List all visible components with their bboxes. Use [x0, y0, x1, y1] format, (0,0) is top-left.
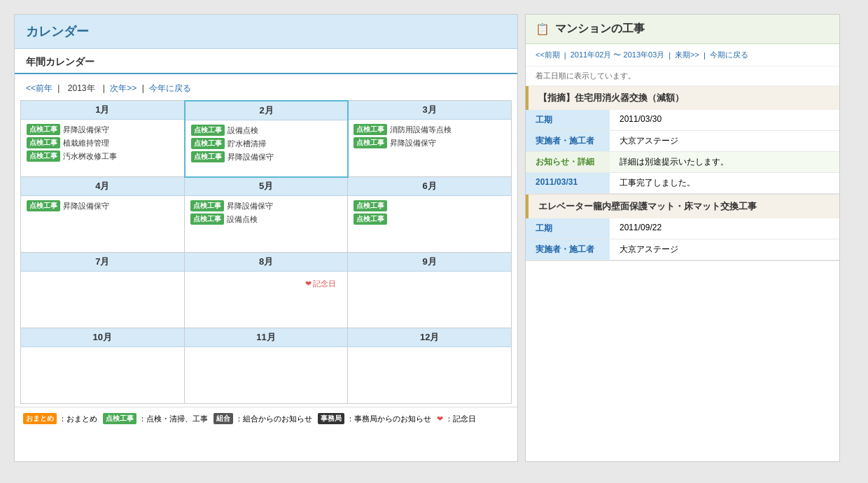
work-detail-label: 実施者・施工者: [526, 239, 610, 260]
calendar-month-4: 4月点検工事昇降設備保守: [21, 177, 185, 253]
work-item: エレベーター籠内壁面保護マット・床マット交換工事工期2011/09/22実施者・…: [526, 195, 839, 261]
event-tag: 点検工事: [27, 150, 60, 162]
work-detail-label: 工期: [526, 218, 610, 239]
month-events: 点検工事設備点検点検工事貯水槽清掃点検工事昇降設備保守: [186, 120, 348, 176]
works-nav-sep1: |: [564, 51, 566, 59]
legend-item: 点検工事：点検・清掃、工事: [103, 413, 208, 424]
month-events: 点検工事昇降設備保守点検工事植栽維持管理点検工事汚水桝改修工事: [21, 120, 184, 176]
event-row: 点検工事: [354, 200, 505, 211]
event-text: 貯水槽清掃: [227, 139, 266, 149]
work-detail-row: 実施者・施工者大京アステージ: [526, 239, 839, 260]
event-row: 点検工事設備点検: [190, 214, 342, 225]
event-row: 点検工事貯水槽清掃: [191, 138, 342, 149]
month-events: 点検工事消防用設備等点検点検工事昇降設備保守: [348, 120, 511, 176]
legend-text: ：事務局からのお知らせ: [346, 414, 431, 424]
legend-item: 事務局：事務局からのお知らせ: [318, 413, 431, 424]
prev-year-link[interactable]: <<前年: [26, 83, 52, 93]
calendar-month-3: 3月点検工事消防用設備等点検点検工事昇降設備保守: [348, 101, 512, 177]
month-events: [185, 347, 348, 403]
event-tag: 点検工事: [27, 137, 60, 148]
legend-text: ：おまとめ: [59, 414, 97, 424]
event-text: 昇降設備保守: [227, 152, 274, 162]
works-subtitle: 着工日順に表示しています。: [526, 66, 839, 86]
work-detail-row: 工期2011/03/30: [526, 110, 839, 131]
heart-icon: ❤: [305, 279, 312, 288]
calendar-panel: カレンダー 年間カレンダー <<前年 | 2013年 | 次年>> | 今年に戻…: [14, 14, 518, 462]
month-events: ❤記念日: [185, 272, 348, 328]
legend-tag: 組合: [214, 413, 233, 424]
works-nav: <<前期 | 2011年02月 〜 2013年03月 | 来期>> | 今期に戻…: [526, 44, 839, 66]
month-events: 点検工事昇降設備保守: [21, 196, 184, 252]
event-row: 点検工事設備点検: [191, 125, 342, 136]
work-detail-row: 工期2011/09/22: [526, 218, 839, 239]
calendar-header: カレンダー: [15, 15, 517, 49]
nav-sep1: |: [57, 83, 62, 93]
event-row: 点検工事昇降設備保守: [191, 151, 342, 162]
works-title: マンションの工事: [555, 22, 645, 36]
event-row: 点検工事消防用設備等点検: [354, 124, 505, 135]
prev-period-link[interactable]: <<前期: [536, 50, 560, 60]
works-nav-sep2: |: [668, 51, 671, 59]
event-text: 消防用設備等点検: [390, 125, 451, 135]
current-period-link[interactable]: 今期に戻る: [710, 50, 748, 60]
month-header: 4月: [21, 177, 184, 196]
calendar-section-title: 年間カレンダー: [15, 49, 517, 74]
page-wrapper: カレンダー 年間カレンダー <<前年 | 2013年 | 次年>> | 今年に戻…: [14, 14, 854, 462]
kinenbi: ❤記念日: [190, 276, 342, 292]
next-year-link[interactable]: 次年>>: [110, 83, 136, 93]
calendar-month-7: 7月: [21, 253, 185, 328]
calendar-month-8: 8月❤記念日: [185, 253, 349, 328]
event-row: 点検工事昇降設備保守: [27, 200, 178, 211]
event-row: 点検工事植栽維持管理: [27, 137, 178, 148]
legend-item: 組合：組合からのお知らせ: [214, 413, 312, 424]
work-title: エレベーター籠内壁面保護マット・床マット交換工事: [526, 195, 839, 218]
calendar-legend: おまとめ：おまとめ点検工事：点検・清掃、工事組合：組合からのお知らせ事務局：事務…: [15, 407, 517, 430]
event-text: 植栽維持管理: [63, 138, 109, 148]
works-list: 【指摘】住宅用消火器交換（減額）工期2011/03/30実施者・施工者大京アステ…: [526, 86, 839, 261]
event-text: 設備点検: [227, 125, 258, 136]
legend-text: ：記念日: [445, 414, 476, 424]
work-title: 【指摘】住宅用消火器交換（減額）: [526, 86, 839, 110]
event-row: 点検工事昇降設備保守: [27, 124, 178, 135]
works-header-icon: 📋: [536, 22, 550, 36]
works-panel: 📋 マンションの工事 <<前期 | 2011年02月 〜 2013年03月 | …: [525, 14, 840, 462]
works-nav-sep3: |: [704, 51, 706, 59]
works-header: 📋 マンションの工事: [526, 15, 839, 44]
nav-sep2: |: [103, 83, 107, 93]
month-header: 3月: [348, 101, 511, 120]
work-detail-row: 実施者・施工者大京アステージ: [526, 131, 839, 152]
work-detail-value: 工事完了しました。: [610, 173, 839, 194]
event-row: 点検工事汚水桝改修工事: [27, 150, 178, 162]
work-detail-value: 大京アステージ: [610, 131, 839, 152]
event-tag: 点検工事: [27, 200, 60, 211]
next-period-link[interactable]: 来期>>: [675, 50, 699, 60]
legend-item: ❤：記念日: [437, 414, 476, 424]
legend-text: ：点検・清掃、工事: [139, 414, 208, 424]
month-header: 8月: [185, 253, 348, 272]
event-tag: 点検工事: [191, 151, 225, 162]
calendar-month-5: 5月点検工事昇降設備保守点検工事設備点検: [185, 177, 349, 253]
work-detail-table: 工期2011/03/30実施者・施工者大京アステージお知らせ・詳細詳細は別途提示…: [526, 110, 839, 194]
event-text: 昇降設備保守: [63, 201, 109, 211]
event-text: 昇降設備保守: [63, 125, 109, 135]
current-year: 2013年: [68, 83, 95, 93]
month-events: [348, 347, 511, 403]
work-detail-value: 2011/03/30: [610, 110, 839, 131]
calendar-month-10: 10月: [21, 328, 185, 404]
work-detail-label: 実施者・施工者: [526, 131, 610, 152]
today-link[interactable]: 今年に戻る: [149, 83, 191, 93]
calendar-grid: 1月点検工事昇降設備保守点検工事植栽維持管理点検工事汚水桝改修工事2月点検工事設…: [20, 100, 512, 404]
nav-sep3: |: [142, 83, 146, 93]
calendar-month-2: 2月点検工事設備点検点検工事貯水槽清掃点検工事昇降設備保守: [184, 100, 349, 178]
month-header: 10月: [21, 328, 184, 347]
work-detail-value: 2011/09/22: [610, 218, 839, 239]
works-period-range: 2011年02月 〜 2013年03月: [570, 50, 665, 60]
event-row: 点検工事昇降設備保守: [190, 200, 342, 211]
event-tag: 点検工事: [354, 124, 387, 135]
event-tag: 点検工事: [191, 125, 225, 136]
legend-item: おまとめ：おまとめ: [23, 413, 97, 424]
event-tag: 点検工事: [190, 200, 224, 211]
legend-tag: 事務局: [318, 413, 344, 424]
month-events: 点検工事点検工事: [348, 196, 511, 252]
month-events: [21, 347, 184, 403]
